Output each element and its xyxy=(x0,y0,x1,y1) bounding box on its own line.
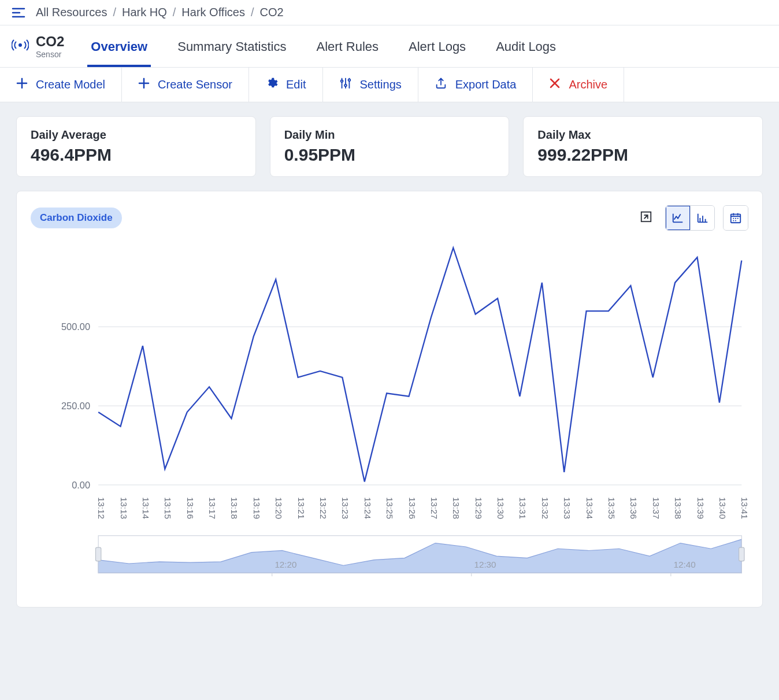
svg-text:13:33: 13:33 xyxy=(562,497,572,519)
svg-text:12:40: 12:40 xyxy=(674,560,696,569)
svg-text:13:28: 13:28 xyxy=(451,497,461,519)
menu-icon[interactable] xyxy=(12,7,25,18)
svg-text:13:35: 13:35 xyxy=(607,497,617,519)
breadcrumb-sep: / xyxy=(251,6,254,19)
card-label: Daily Max xyxy=(537,128,748,142)
line-chart-icon[interactable] xyxy=(666,206,690,230)
action-label: Create Sensor xyxy=(158,78,232,91)
svg-text:13:18: 13:18 xyxy=(229,497,239,519)
archive-button[interactable]: Archive xyxy=(533,68,624,102)
stat-cards: Daily Average 496.4PPM Daily Min 0.95PPM… xyxy=(0,102,779,191)
svg-text:13:21: 13:21 xyxy=(296,497,306,519)
tab-alert-logs[interactable]: Alert Logs xyxy=(405,28,469,67)
tab-overview[interactable]: Overview xyxy=(87,28,151,67)
breadcrumb: All Resources / Hark HQ / Hark Offices /… xyxy=(36,6,284,19)
create-sensor-button[interactable]: Create Sensor xyxy=(122,68,249,102)
action-label: Archive xyxy=(569,78,607,91)
svg-text:13:34: 13:34 xyxy=(585,497,595,520)
card-value: 999.22PPM xyxy=(537,145,748,165)
sensor-icon xyxy=(12,38,29,54)
action-label: Export Data xyxy=(455,78,517,91)
svg-text:13:27: 13:27 xyxy=(429,497,439,519)
card-value: 0.95PPM xyxy=(284,145,495,165)
tab-summary-statistics[interactable]: Summary Statistics xyxy=(174,28,290,67)
svg-text:13:30: 13:30 xyxy=(496,497,506,519)
svg-point-11 xyxy=(344,84,347,87)
title-block: CO2 Sensor xyxy=(36,34,64,59)
svg-text:13:38: 13:38 xyxy=(673,497,683,519)
breadcrumb-current: CO2 xyxy=(260,6,284,19)
breadcrumb-sep: / xyxy=(113,6,116,19)
svg-text:13:24: 13:24 xyxy=(363,497,373,520)
svg-text:0.00: 0.00 xyxy=(72,480,90,490)
date-picker-button[interactable] xyxy=(723,205,748,231)
action-label: Create Model xyxy=(36,78,105,91)
create-model-button[interactable]: Create Model xyxy=(0,68,122,102)
top-bar: All Resources / Hark HQ / Hark Offices /… xyxy=(0,0,779,25)
svg-text:500.00: 500.00 xyxy=(61,321,90,332)
breadcrumb-item[interactable]: Hark Offices xyxy=(181,6,245,19)
svg-text:13:15: 13:15 xyxy=(163,497,173,519)
daily-average-card: Daily Average 496.4PPM xyxy=(16,116,256,177)
breadcrumb-item[interactable]: Hark HQ xyxy=(122,6,167,19)
svg-text:13:16: 13:16 xyxy=(186,497,195,519)
breadcrumb-item[interactable]: All Resources xyxy=(36,6,107,19)
chart-header: Carbon Dioxide xyxy=(31,205,748,231)
svg-text:12:30: 12:30 xyxy=(474,560,496,569)
chart-tools xyxy=(635,205,748,231)
svg-text:13:19: 13:19 xyxy=(252,497,262,519)
card-label: Daily Average xyxy=(31,128,242,142)
svg-point-3 xyxy=(18,43,22,47)
edit-button[interactable]: Edit xyxy=(249,68,322,102)
calendar-icon xyxy=(724,206,748,230)
svg-text:250.00: 250.00 xyxy=(61,401,90,411)
svg-text:13:37: 13:37 xyxy=(651,497,661,519)
export-data-button[interactable]: Export Data xyxy=(418,68,533,102)
svg-text:13:22: 13:22 xyxy=(318,497,328,519)
action-label: Settings xyxy=(360,78,402,91)
card-label: Daily Min xyxy=(284,128,495,142)
daily-min-card: Daily Min 0.95PPM xyxy=(270,116,510,177)
page-subtitle: Sensor xyxy=(36,50,64,59)
svg-text:13:39: 13:39 xyxy=(696,497,706,519)
chart-area: 0.00250.00500.0013:1213:1313:1413:1513:1… xyxy=(31,241,748,593)
svg-text:13:12: 13:12 xyxy=(97,497,106,519)
line-chart[interactable]: 0.00250.00500.0013:1213:1313:1413:1513:1… xyxy=(31,241,748,593)
svg-text:12:20: 12:20 xyxy=(274,560,296,569)
chart-card: Carbon Dioxide 0.00250.00500.0013:1213:1… xyxy=(16,191,763,608)
sliders-icon xyxy=(339,77,352,92)
svg-text:13:17: 13:17 xyxy=(207,497,217,519)
card-value: 496.4PPM xyxy=(31,145,242,165)
svg-rect-68 xyxy=(739,547,744,561)
svg-text:13:23: 13:23 xyxy=(340,497,350,519)
bar-chart-icon[interactable] xyxy=(690,206,714,230)
svg-rect-67 xyxy=(95,547,101,561)
svg-text:13:31: 13:31 xyxy=(518,497,528,519)
svg-text:13:13: 13:13 xyxy=(119,497,129,519)
svg-text:13:41: 13:41 xyxy=(740,497,748,519)
close-icon xyxy=(549,77,561,92)
expand-icon[interactable] xyxy=(635,206,657,230)
action-label: Edit xyxy=(286,78,306,91)
daily-max-card: Daily Max 999.22PPM xyxy=(523,116,763,177)
tab-audit-logs[interactable]: Audit Logs xyxy=(492,28,559,67)
svg-text:13:25: 13:25 xyxy=(385,497,395,519)
series-pill[interactable]: Carbon Dioxide xyxy=(31,208,122,228)
svg-text:13:32: 13:32 xyxy=(540,497,550,519)
settings-button[interactable]: Settings xyxy=(323,68,418,102)
svg-text:13:29: 13:29 xyxy=(474,497,484,519)
svg-text:13:26: 13:26 xyxy=(407,497,417,519)
chart-type-toggle xyxy=(665,205,715,231)
svg-point-9 xyxy=(340,80,343,83)
title-section: CO2 Sensor xyxy=(12,25,64,67)
page-title: CO2 xyxy=(36,34,64,50)
svg-text:13:36: 13:36 xyxy=(629,497,639,519)
gear-icon xyxy=(265,77,278,92)
page-header: CO2 Sensor Overview Summary Statistics A… xyxy=(0,25,779,67)
export-icon xyxy=(435,77,447,92)
svg-point-13 xyxy=(348,79,350,82)
action-bar: Create Model Create Sensor Edit Settings… xyxy=(0,67,779,102)
tab-alert-rules[interactable]: Alert Rules xyxy=(313,28,382,67)
svg-text:13:14: 13:14 xyxy=(141,497,151,520)
plus-icon xyxy=(16,77,28,92)
